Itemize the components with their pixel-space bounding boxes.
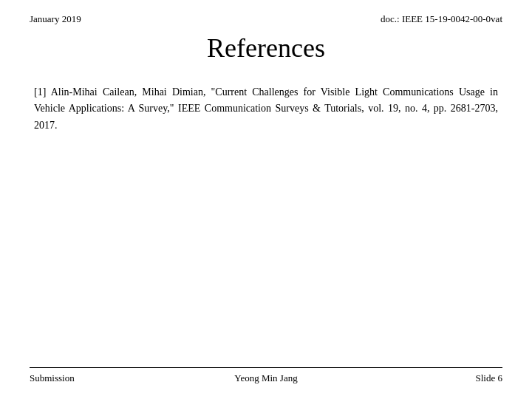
slide-container: January 2019 doc.: IEEE 15-19-0042-00-0v… bbox=[0, 0, 532, 399]
slide-title: References bbox=[30, 33, 502, 64]
header-doc-id: doc.: IEEE 15-19-0042-00-0vat bbox=[381, 13, 502, 25]
footer-submission: Submission bbox=[30, 372, 75, 384]
header-bar: January 2019 doc.: IEEE 15-19-0042-00-0v… bbox=[30, 13, 502, 25]
footer-author: Yeong Min Jang bbox=[234, 372, 297, 384]
reference-1: [1] Alin-Mihai Cailean, Mihai Dimian, "C… bbox=[34, 84, 498, 134]
title-section: References bbox=[30, 33, 502, 64]
footer-slide-number: Slide 6 bbox=[476, 372, 502, 384]
header-date: January 2019 bbox=[30, 13, 81, 25]
footer-bar: Submission Yeong Min Jang Slide 6 bbox=[30, 367, 502, 384]
content-section: [1] Alin-Mihai Cailean, Mihai Dimian, "C… bbox=[30, 84, 502, 134]
